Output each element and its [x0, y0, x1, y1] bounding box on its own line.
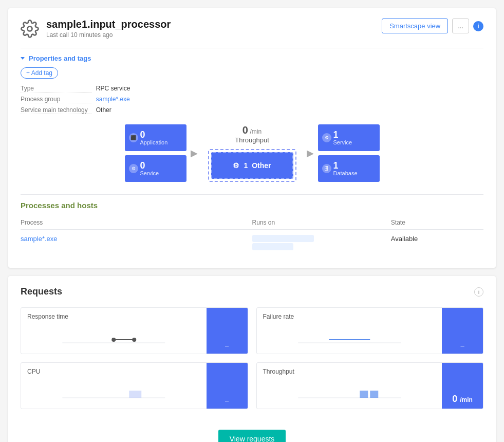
svg-point-0: [28, 27, 32, 31]
center-service-box[interactable]: ⚙ 1 Other: [211, 152, 293, 179]
prop-processgroup-label: Process group: [21, 96, 92, 103]
prop-technology-value: Other: [96, 106, 483, 114]
cpu-chart-area: CPU: [21, 363, 207, 409]
service-header: sample1.input_processor Last call 10 min…: [21, 19, 483, 40]
service-title-block: sample1.input_processor Last call 10 min…: [46, 19, 171, 39]
prop-technology-label: Service main technology: [21, 106, 92, 114]
failure-rate-value-box: –: [442, 308, 483, 354]
failure-rate-visual: [263, 324, 436, 348]
response-time-svg: [27, 324, 200, 347]
prop-type-value: RPC service: [96, 85, 483, 93]
table-row: sample*.exe Available: [21, 230, 483, 256]
failure-rate-value: –: [460, 342, 464, 349]
svg-rect-10: [360, 391, 368, 398]
header-actions: Smartscape view ... i: [382, 19, 483, 33]
throughput-metric-label: Throughput: [263, 368, 436, 375]
prop-type-label: Type: [21, 85, 92, 93]
process-name-link[interactable]: sample*.exe: [21, 230, 252, 256]
smartscape-view-button[interactable]: Smartscape view: [382, 19, 448, 33]
service-right-label: Service: [333, 139, 352, 145]
service-detail-card: sample1.input_processor Last call 10 min…: [8, 8, 496, 268]
center-box-dashed: ⚙ 1 Other: [208, 149, 296, 182]
properties-section-title[interactable]: Properties and tags: [21, 54, 483, 62]
state-cell: Available: [391, 230, 483, 256]
metrics-grid: Response time – Failure rate: [21, 307, 483, 409]
throughput-text: Throughput: [235, 136, 269, 144]
database-label: Database: [333, 170, 358, 176]
info-icon[interactable]: i: [473, 21, 483, 31]
svg-rect-8: [129, 391, 141, 398]
throughput-svg: [263, 379, 436, 402]
service-left-count: 0: [140, 161, 145, 170]
requests-card: Requests i Response time –: [8, 276, 496, 442]
center-label: Other: [252, 161, 271, 170]
properties-table: Type RPC service Process group sample*.e…: [21, 85, 483, 114]
center-box-wrap: ⚙ 1 Other: [208, 149, 296, 182]
metric-failure-rate: Failure rate –: [256, 307, 484, 354]
failure-rate-chart-area: Failure rate: [257, 308, 442, 354]
flow-box-service-right[interactable]: ⚙ 1 Service: [318, 124, 380, 151]
processes-section-title: Processes and hosts: [21, 201, 483, 210]
cpu-value: –: [225, 397, 229, 404]
requests-info-icon[interactable]: i: [474, 287, 483, 297]
state-value: Available: [391, 235, 418, 243]
runs-on-list: [252, 235, 391, 250]
app-label: Application: [140, 139, 168, 145]
cpu-label: CPU: [27, 368, 200, 375]
more-options-button[interactable]: ...: [452, 19, 469, 33]
header-divider: [21, 48, 483, 48]
metric-cpu: CPU –: [21, 362, 248, 409]
col-runs-on: Runs on: [252, 217, 391, 230]
throughput-block: 0 /min Throughput ⚙ 1 Other: [202, 124, 303, 182]
processes-table: Process Runs on State sample*.exe Ava: [21, 217, 483, 255]
svg-point-3: [111, 338, 116, 342]
flow-right-column: ⚙ 1 Service 🗄 1 Database: [318, 124, 380, 182]
runs-on-pill-1: [252, 235, 314, 242]
runs-on-cell: [252, 230, 391, 256]
response-time-value-box: –: [207, 308, 248, 354]
runs-on-pill-2: [252, 243, 293, 250]
throughput-visual: [263, 379, 436, 403]
app-count: 0: [140, 130, 145, 139]
database-icon: 🗄: [322, 164, 331, 173]
throughput-label: 0 /min Throughput: [235, 124, 269, 144]
col-process: Process: [21, 217, 252, 230]
throughput-num: 0: [242, 124, 248, 136]
center-count: 1: [244, 161, 248, 170]
properties-title-label: Properties and tags: [29, 54, 91, 62]
metric-response-time: Response time –: [21, 307, 248, 354]
last-call-label: Last call 10 minutes ago: [46, 31, 171, 39]
requests-title: Requests: [21, 286, 62, 297]
center-gear-icon: ⚙: [233, 161, 239, 170]
flow-diagram: ⬛ 0 Application ⚙ 0 Service ▶ 0 /min Thr…: [21, 124, 483, 182]
response-time-chart-area: Response time: [21, 308, 207, 354]
processes-section: Processes and hosts Process Runs on Stat…: [21, 201, 483, 255]
metric-throughput: Throughput 0 /min: [256, 362, 484, 409]
flow-box-application[interactable]: ⬛ 0 Application: [125, 124, 186, 151]
service-header-left: sample1.input_processor Last call 10 min…: [21, 19, 171, 40]
prop-processgroup-value[interactable]: sample*.exe: [96, 96, 483, 103]
database-count: 1: [333, 161, 339, 170]
svg-point-4: [132, 338, 136, 342]
failure-rate-svg: [263, 324, 436, 347]
flow-divider: [21, 194, 483, 195]
cpu-svg: [27, 379, 200, 402]
add-tag-button[interactable]: + Add tag: [21, 67, 58, 79]
service-left-icon: ⚙: [129, 164, 138, 173]
service-gear-icon: [21, 20, 39, 40]
view-requests-wrap: View requests: [21, 419, 483, 442]
response-time-label: Response time: [27, 313, 200, 320]
flow-box-service-left[interactable]: ⚙ 0 Service: [125, 155, 186, 182]
response-time-visual: [27, 324, 200, 348]
throughput-unit: /min: [250, 128, 262, 135]
requests-header: Requests i: [21, 286, 483, 297]
throughput-value-box: 0 /min: [442, 363, 483, 409]
flow-arrow-left: ▶: [191, 148, 198, 159]
throughput-metric-value: 0 /min: [452, 394, 473, 404]
flow-box-database[interactable]: 🗄 1 Database: [318, 155, 380, 182]
app-icon: ⬛: [129, 133, 138, 142]
view-requests-button[interactable]: View requests: [218, 430, 286, 442]
service-right-count: 1: [333, 130, 339, 139]
service-left-label: Service: [140, 170, 159, 176]
service-right-icon: ⚙: [322, 133, 331, 142]
